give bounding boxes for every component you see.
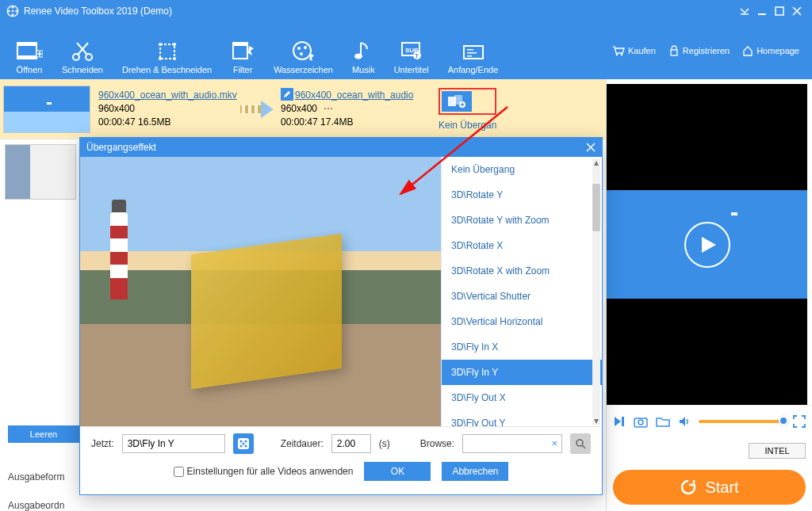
music-button[interactable]: Musik — [343, 27, 385, 74]
secondary-thumbnail[interactable] — [5, 144, 76, 200]
list-scrollbar[interactable]: ▴ ▾ — [592, 158, 600, 425]
rotate-crop-button[interactable]: Drehen & Beschneiden — [113, 27, 221, 74]
camera-icon[interactable] — [634, 415, 648, 428]
transition-item[interactable]: 3D\Fly Out Y — [442, 410, 602, 426]
titlebar: Renee Video Toolbox 2019 (Demo) — [0, 0, 812, 22]
transition-item[interactable]: 3D\Fly In X — [442, 334, 602, 360]
transition-dialog: Übergangseffekt Kein Übergang3D\Rotate Y… — [79, 137, 603, 495]
svg-point-19 — [173, 57, 176, 60]
source-duration-size: 00:00:47 16.5MB — [98, 116, 233, 129]
skip-next-icon[interactable] — [613, 415, 626, 428]
source-filename[interactable]: 960x400_ocean_with_audio.mkv — [98, 89, 233, 102]
subtitle-button[interactable]: SUBT Untertitel — [385, 27, 439, 74]
encoder-chip[interactable]: INTEL — [749, 443, 806, 459]
video-preview[interactable] — [607, 84, 807, 405]
transition-item[interactable]: 3D\Fly In Y — [442, 360, 602, 385]
window-minimize-icon[interactable] — [753, 2, 771, 20]
scroll-thumb[interactable] — [592, 184, 600, 231]
scissors-icon — [71, 40, 94, 62]
trim-label: Anfang/Ende — [448, 65, 499, 74]
watermark-button[interactable]: Wasserzeichen — [264, 27, 343, 74]
search-icon — [575, 438, 586, 449]
scroll-up-icon[interactable]: ▴ — [592, 158, 600, 166]
browse-input[interactable] — [462, 434, 562, 453]
duration-unit: (s) — [379, 438, 390, 449]
transition-button[interactable] — [442, 91, 472, 112]
svg-text:T: T — [415, 52, 419, 59]
fullscreen-icon[interactable] — [793, 415, 806, 428]
svg-rect-34 — [467, 55, 472, 57]
browse-search-button[interactable] — [570, 433, 591, 454]
edit-output-icon[interactable] — [281, 88, 293, 101]
svg-rect-40 — [255, 105, 258, 114]
cut-label: Schneiden — [62, 65, 103, 74]
film-add-icon — [16, 40, 43, 62]
svg-point-52 — [244, 445, 247, 448]
transition-item[interactable]: 3D\Rotate Y — [442, 182, 602, 208]
apply-all-input[interactable] — [174, 467, 184, 477]
ok-button[interactable]: OK — [364, 462, 431, 481]
cancel-button[interactable]: Abbrechen — [442, 462, 508, 481]
transition-item[interactable]: 3D\Rotate X — [442, 233, 602, 258]
svg-point-49 — [244, 440, 247, 443]
start-label: Start — [705, 479, 738, 497]
transition-item[interactable]: 3D\Vertical Shutter — [442, 284, 602, 309]
register-button[interactable]: Registrieren — [662, 45, 736, 56]
random-button[interactable] — [233, 433, 254, 454]
svg-point-2 — [12, 6, 14, 9]
output-resolution: 960x400 — [281, 103, 317, 114]
transition-item[interactable]: 3D\Vertical Horizontal — [442, 309, 602, 334]
homepage-label: Homepage — [756, 46, 799, 55]
window-close-icon[interactable] — [788, 2, 806, 20]
duration-label: Zeitdauer: — [281, 438, 324, 449]
play-button[interactable] — [684, 222, 730, 268]
source-thumbnail[interactable] — [3, 86, 90, 133]
output-meta: 960x400_ocean_with_audio 960x400⋯ 00:00:… — [281, 89, 435, 128]
svg-point-3 — [12, 13, 14, 16]
volume-icon[interactable] — [678, 415, 691, 428]
buy-label: Kaufen — [628, 46, 656, 55]
svg-rect-6 — [741, 13, 749, 15]
cut-button[interactable]: Schneiden — [52, 27, 113, 74]
now-label: Jetzt: — [91, 438, 114, 449]
window-maximize-icon[interactable] — [771, 2, 788, 20]
transition-status: Kein Übergan — [439, 120, 496, 131]
output-more-icon[interactable]: ⋯ — [324, 103, 333, 114]
svg-rect-11 — [17, 55, 36, 59]
register-label: Registrieren — [683, 46, 730, 55]
transition-item[interactable]: 3D\Rotate Y with Zoom — [442, 208, 602, 233]
browse-clear-icon[interactable]: × — [551, 437, 557, 449]
scroll-down-icon[interactable]: ▾ — [592, 417, 600, 425]
homepage-button[interactable]: Homepage — [736, 45, 806, 56]
volume-slider[interactable] — [699, 420, 785, 423]
open-button[interactable]: Öffnen — [6, 27, 52, 74]
transition-list: Kein Übergang3D\Rotate Y3D\Rotate Y with… — [441, 157, 602, 426]
transition-item[interactable]: 3D\Fly Out X — [442, 385, 602, 410]
svg-point-22 — [293, 42, 311, 59]
svg-point-25 — [300, 52, 303, 55]
source-resolution: 960x400 — [98, 102, 233, 116]
open-folder-icon[interactable] — [656, 415, 670, 428]
clear-button[interactable]: Leeren — [8, 425, 79, 443]
dialog-close-icon[interactable] — [586, 143, 596, 152]
now-input[interactable] — [122, 434, 225, 453]
conversion-arrow-icon — [233, 97, 281, 121]
dice-icon — [237, 437, 250, 450]
duration-input[interactable] — [331, 434, 371, 453]
transition-item[interactable]: 3D\Rotate X with Zoom — [442, 258, 602, 284]
transition-item[interactable]: Kein Übergang — [442, 157, 602, 182]
trim-button[interactable]: Anfang/Ende — [439, 27, 508, 74]
start-button[interactable]: Start — [613, 470, 806, 505]
subtitle-label: Untertitel — [394, 65, 429, 74]
subtitle-icon: SUBT — [400, 40, 423, 62]
play-icon — [700, 235, 718, 254]
watermark-label: Wasserzeichen — [274, 65, 333, 74]
window-menu-icon[interactable] — [736, 2, 753, 20]
filter-icon — [231, 40, 255, 62]
output-filename[interactable]: 960x400_ocean_with_audio — [295, 89, 435, 102]
filter-button[interactable]: Filter — [221, 27, 264, 74]
apply-all-checkbox[interactable]: Einstellungen für alle Videos anwenden — [174, 466, 354, 477]
svg-point-18 — [159, 57, 162, 60]
preview-controls — [607, 405, 812, 437]
buy-button[interactable]: Kaufen — [606, 45, 662, 56]
